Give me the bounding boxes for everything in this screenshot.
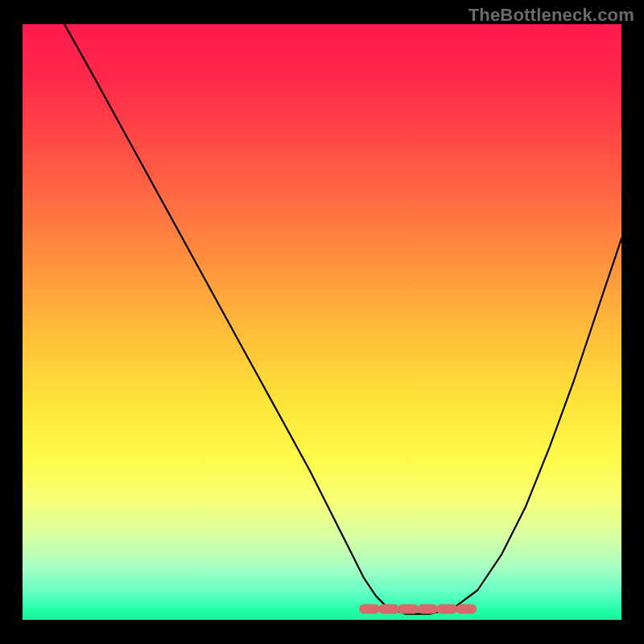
plot-area (23, 24, 621, 620)
watermark-label: TheBottleneck.com (469, 5, 634, 26)
chart-stage: TheBottleneck.com (0, 0, 644, 644)
plot-overlay-svg (23, 24, 621, 620)
bottleneck-curve (64, 24, 621, 614)
